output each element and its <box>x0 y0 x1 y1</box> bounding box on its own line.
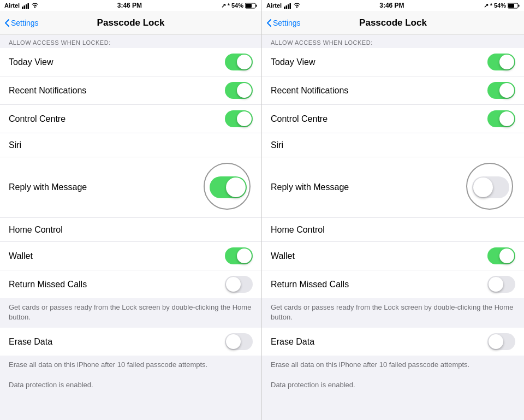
time-right: 3:46 PM <box>379 2 404 9</box>
bluetooth-icon-left: * <box>228 2 230 9</box>
home-control-label-right: Home Control <box>271 225 325 235</box>
erase-note-right: Erase all data on this iPhone after 10 f… <box>262 356 524 375</box>
reply-msg-row-left: Reply with Message <box>0 157 261 218</box>
chevron-left-icon-left <box>4 19 10 27</box>
return-calls-label-right: Return Missed Calls <box>271 280 349 289</box>
toggle-thumb <box>499 83 514 98</box>
svg-rect-11 <box>290 3 291 9</box>
recent-notif-toggle-left[interactable] <box>225 82 253 99</box>
wallet-note-right: Get cards or passes ready from the Lock … <box>262 298 524 328</box>
svg-rect-2 <box>26 4 27 9</box>
toggle-thumb <box>226 334 241 349</box>
phone-panel-left: Airtel 3:46 PM ↗ * 54% <box>0 0 262 420</box>
nav-bar-left: Settings Passcode Lock <box>0 11 261 35</box>
wallet-row-left: Wallet <box>0 242 261 270</box>
phone-panel-right: Airtel 3:46 PM ↗ * 54% <box>262 0 524 420</box>
svg-rect-1 <box>24 5 26 9</box>
status-bar-right: Airtel 3:46 PM ↗ * 54% <box>262 0 524 11</box>
today-view-row-right: Today View <box>262 48 524 76</box>
nav-title-left: Passcode Lock <box>97 17 165 28</box>
toggle-thumb <box>226 277 241 292</box>
data-protection-right: Data protection is enabled. <box>262 376 524 395</box>
toggle-thumb <box>237 55 252 69</box>
toggle-thumb <box>489 334 503 349</box>
siri-row-left: Siri <box>0 133 261 157</box>
control-centre-row-right: Control Centre <box>262 105 524 133</box>
control-centre-label-right: Control Centre <box>271 114 327 124</box>
wifi-icon-left <box>32 3 38 9</box>
svg-rect-6 <box>255 4 257 7</box>
carrier-right: Airtel <box>266 2 282 9</box>
toggle-thumb <box>489 277 503 292</box>
wifi-icon-right <box>294 3 300 9</box>
erase-note-left: Erase all data on this iPhone after 10 f… <box>0 356 261 375</box>
status-left: Airtel <box>4 2 38 9</box>
control-centre-toggle-right[interactable] <box>487 110 515 127</box>
return-calls-toggle-right[interactable] <box>487 276 515 293</box>
reply-msg-label-right: Reply with Message <box>271 182 349 192</box>
toggle-thumb <box>499 55 514 69</box>
control-centre-row-left: Control Centre <box>0 105 261 133</box>
status-left-right: Airtel <box>266 2 300 9</box>
return-calls-row-left: Return Missed Calls <box>0 270 261 298</box>
svg-rect-9 <box>286 5 288 9</box>
reply-msg-toggle-container-left <box>204 163 253 212</box>
reply-msg-toggle-right[interactable] <box>472 176 509 198</box>
battery-pct-right: 54% <box>494 2 506 9</box>
recent-notif-row-left: Recent Notifications <box>0 76 261 105</box>
time-left: 3:46 PM <box>117 2 142 9</box>
back-button-left[interactable]: Settings <box>4 19 39 27</box>
wallet-note-left: Get cards or passes ready from the Lock … <box>0 298 261 328</box>
signal-icon-left <box>22 3 29 9</box>
erase-group-right: Erase Data <box>262 328 524 356</box>
svg-point-12 <box>296 7 297 8</box>
reply-msg-row-right: Reply with Message <box>262 157 524 218</box>
settings-group-right: Today View Recent Notifications Control … <box>262 48 524 298</box>
home-control-label-left: Home Control <box>9 225 63 235</box>
reply-msg-toggle-container-right <box>466 163 515 212</box>
battery-icon-right <box>508 3 520 9</box>
today-view-toggle-right[interactable] <box>487 54 515 70</box>
recent-notif-toggle-right[interactable] <box>487 82 515 99</box>
reply-msg-toggle-left[interactable] <box>210 176 247 198</box>
svg-rect-7 <box>246 4 252 8</box>
svg-rect-8 <box>284 7 285 9</box>
carrier-left: Airtel <box>4 2 20 9</box>
wallet-toggle-left[interactable] <box>225 247 253 264</box>
return-calls-toggle-left[interactable] <box>225 276 253 293</box>
erase-toggle-right[interactable] <box>487 333 515 350</box>
home-control-row-left: Home Control <box>0 218 261 242</box>
recent-notif-label-left: Recent Notifications <box>9 86 86 96</box>
arrow-icon-right: ↗ <box>484 2 489 9</box>
wallet-row-right: Wallet <box>262 242 524 270</box>
siri-row-right: Siri <box>262 133 524 157</box>
nav-bar-right: Settings Passcode Lock <box>262 11 524 35</box>
section-header-left: ALLOW ACCESS WHEN LOCKED: <box>0 35 261 48</box>
battery-icon-left <box>245 3 257 9</box>
reply-msg-label-left: Reply with Message <box>9 182 87 192</box>
nav-title-right: Passcode Lock <box>359 17 427 28</box>
recent-notif-label-right: Recent Notifications <box>271 86 348 96</box>
data-protection-left: Data protection is enabled. <box>0 376 261 395</box>
toggle-thumb <box>499 249 514 263</box>
arrow-icon-left: ↗ <box>221 2 226 9</box>
return-calls-row-right: Return Missed Calls <box>262 270 524 298</box>
back-label-left: Settings <box>11 19 39 27</box>
battery-pct-left: 54% <box>231 2 243 9</box>
today-view-label-left: Today View <box>9 57 53 67</box>
today-view-label-right: Today View <box>271 57 315 67</box>
wallet-toggle-right[interactable] <box>487 247 515 264</box>
today-view-toggle-left[interactable] <box>225 54 253 70</box>
svg-rect-15 <box>508 4 514 8</box>
svg-rect-3 <box>28 3 29 9</box>
svg-point-4 <box>34 7 35 8</box>
status-right-left: ↗ * 54% <box>221 2 257 9</box>
back-button-right[interactable]: Settings <box>266 19 301 27</box>
svg-rect-14 <box>518 4 519 7</box>
erase-row-left: Erase Data <box>0 328 261 356</box>
section-header-right: ALLOW ACCESS WHEN LOCKED: <box>262 35 524 48</box>
bluetooth-icon-right: * <box>490 2 492 9</box>
control-centre-toggle-left[interactable] <box>225 110 253 127</box>
erase-toggle-left[interactable] <box>225 333 253 350</box>
signal-icon-right <box>284 3 291 9</box>
